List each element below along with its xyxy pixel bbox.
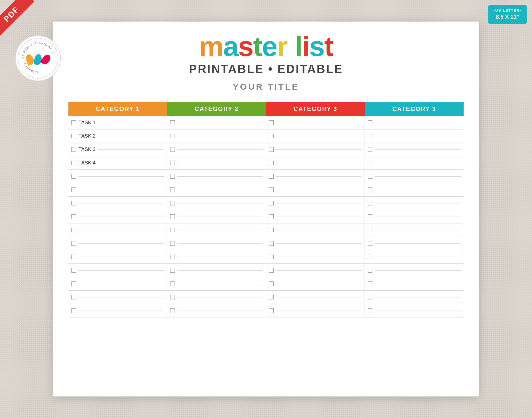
checkbox-14-2[interactable] [170,295,175,299]
checkbox-15-3[interactable] [269,308,274,313]
category-headers: CATEGORY 1 CATEGORY 2 CATEGORY 3 CATEGOR… [68,102,464,116]
checkbox-8-4[interactable] [368,214,372,219]
task-cell-11-4 [365,250,464,263]
checkbox-11-4[interactable] [368,255,372,259]
checkbox-6-3[interactable] [269,187,274,192]
checkbox-7-3[interactable] [269,201,274,205]
checkbox-4-4[interactable] [368,161,372,165]
task-cell-12-1 [68,264,167,277]
checkbox-5-1[interactable] [71,174,76,179]
table-row [68,223,464,237]
checkbox-3-3[interactable] [269,147,274,152]
task-cell-3-1: TASK 3 [68,143,167,156]
checkbox-4-3[interactable] [269,161,274,165]
task-line-1-2 [177,123,263,123]
task-cell-4-2 [167,156,266,169]
checkbox-12-4[interactable] [368,268,372,273]
checkbox-6-4[interactable] [368,187,372,192]
checkbox-2-2[interactable] [170,134,175,138]
checkbox-10-4[interactable] [368,241,372,246]
checkbox-5-2[interactable] [170,174,175,179]
task-line-2-4 [375,136,461,136]
checkbox-5-4[interactable] [368,174,372,179]
checkbox-8-3[interactable] [269,214,274,219]
task-line-3-3 [276,149,362,150]
task-cell-11-3 [266,250,365,263]
checkbox-3-1[interactable] [71,147,76,152]
checkbox-7-1[interactable] [71,201,76,205]
checkbox-12-2[interactable] [170,268,175,273]
checkbox-9-1[interactable] [71,228,76,232]
checkbox-9-3[interactable] [269,228,274,232]
size-badge-line2: 8.5 X 11" [493,13,521,21]
checkbox-9-4[interactable] [368,228,372,232]
checkbox-13-4[interactable] [368,281,372,286]
checkbox-14-3[interactable] [269,295,274,299]
task-cell-7-3 [266,197,365,210]
checkbox-11-2[interactable] [170,255,175,259]
table-row: TASK 3 [68,143,464,156]
checkbox-15-4[interactable] [368,308,372,313]
document: master list PRINTABLE • EDITABLE YOUR TI… [53,22,479,396]
checkbox-1-1[interactable] [71,120,76,125]
task-cell-5-4 [365,170,464,183]
pdf-label: PDF [0,0,34,37]
checkbox-1-4[interactable] [368,120,372,125]
checkbox-8-1[interactable] [71,214,76,219]
category-2-header: CATEGORY 2 [167,102,266,116]
task-cell-9-3 [266,223,365,237]
task-cell-13-4 [365,277,464,290]
checkbox-4-1[interactable] [71,161,76,165]
checkbox-7-4[interactable] [368,201,372,205]
task-cell-5-1 [68,170,167,183]
task-cell-1-4 [365,116,464,129]
checkbox-10-2[interactable] [170,241,175,246]
checkbox-8-2[interactable] [170,214,175,219]
checkbox-2-1[interactable] [71,134,76,138]
task-cell-10-1 [68,237,167,250]
checkbox-13-1[interactable] [71,281,76,286]
task-cell-15-1 [68,304,167,317]
title-area: master list PRINTABLE • EDITABLE YOUR TI… [68,32,464,97]
checkbox-1-2[interactable] [170,120,175,125]
task-cell-6-4 [365,183,464,196]
task-cell-11-1 [68,250,167,263]
task-cell-6-1 [68,183,167,196]
size-badge: •US LETTER• 8.5 X 11" [488,5,527,24]
checkbox-4-2[interactable] [170,161,175,165]
checkbox-6-1[interactable] [71,187,76,192]
task-line-4-2 [177,163,263,163]
checkbox-11-3[interactable] [269,255,274,259]
checkbox-3-2[interactable] [170,147,175,152]
checkbox-7-2[interactable] [170,201,175,205]
task-cell-9-2 [167,223,266,237]
checkbox-12-1[interactable] [71,268,76,273]
checkbox-6-2[interactable] [170,187,175,192]
task-cell-7-1 [68,197,167,210]
category-4-header: CATEGORY 3 [365,102,464,116]
title-char-m: m [199,31,223,62]
checkbox-2-3[interactable] [269,134,274,138]
table-row [68,197,464,210]
checkbox-3-4[interactable] [368,147,372,152]
task-line-2-2 [177,136,263,136]
checkbox-13-2[interactable] [170,281,175,286]
checkbox-5-3[interactable] [269,174,274,179]
logo: BY BUBI ✿ PLANNERS & PRINTABLES [15,35,61,81]
task-cell-3-4 [365,143,464,156]
checkbox-13-3[interactable] [269,281,274,286]
checkbox-11-1[interactable] [71,255,76,259]
checkbox-9-2[interactable] [170,228,175,232]
checkbox-14-1[interactable] [71,295,76,299]
checkbox-10-1[interactable] [71,241,76,246]
checkbox-12-3[interactable] [269,268,274,273]
checkbox-1-3[interactable] [269,120,274,125]
table-row: TASK 1 [68,116,464,129]
checkbox-15-2[interactable] [170,308,175,313]
task-line-3-1 [98,149,164,150]
checkbox-15-1[interactable] [71,308,76,313]
checkbox-10-3[interactable] [269,241,274,246]
checkbox-14-4[interactable] [368,295,372,299]
checkbox-2-4[interactable] [368,134,372,138]
table-row [68,170,464,183]
